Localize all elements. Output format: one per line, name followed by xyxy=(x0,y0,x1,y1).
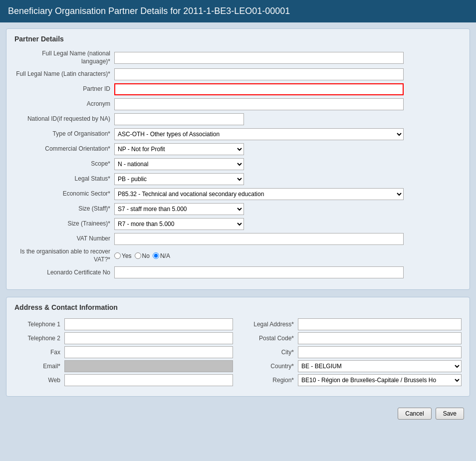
country-control: BE - BELGIUM xyxy=(298,360,462,372)
telephone1-row: Telephone 1 xyxy=(14,318,233,330)
national-id-control xyxy=(114,113,404,125)
city-label: City* xyxy=(243,349,298,356)
scope-label: Scope* xyxy=(14,160,114,168)
legal-address-label: Legal Address* xyxy=(243,321,298,328)
region-select[interactable]: BE10 - Région de Bruxelles-Capitale / Br… xyxy=(298,374,462,386)
vat-number-row: VAT Number xyxy=(14,233,462,245)
fax-control xyxy=(64,346,233,358)
telephone2-label: Telephone 2 xyxy=(14,335,64,342)
economic-sector-control: P85.32 - Technical and vocational second… xyxy=(114,188,404,200)
national-id-row: National ID(if requested by NA) xyxy=(14,113,462,125)
commercial-orientation-label: Commercial Orientation* xyxy=(14,145,114,153)
full-legal-name-latin-input[interactable]: Beneficiary Organisation xyxy=(114,68,404,80)
vat-number-input[interactable] xyxy=(114,233,404,245)
type-of-org-row: Type of Organisation* ASC-OTH - Other ty… xyxy=(14,128,462,140)
vat-number-label: VAT Number xyxy=(14,235,114,243)
vat-yes-radio[interactable] xyxy=(114,252,121,259)
country-label: Country* xyxy=(243,363,298,370)
web-label: Web xyxy=(14,377,64,384)
postal-code-input[interactable]: 1000 xyxy=(298,332,462,344)
full-legal-name-national-control: Beneficiary Organisation xyxy=(114,52,404,64)
save-button[interactable]: Save xyxy=(436,408,464,420)
full-legal-name-national-input[interactable]: Beneficiary Organisation xyxy=(114,52,404,64)
full-legal-name-latin-row: Full Legal Name (Latin characters)* Bene… xyxy=(14,68,462,80)
scope-select[interactable]: N - national xyxy=(114,158,244,170)
region-label: Region* xyxy=(243,377,298,384)
web-control xyxy=(64,374,233,386)
economic-sector-row: Economic Sector* P85.32 - Technical and … xyxy=(14,188,462,200)
country-select[interactable]: BE - BELGIUM xyxy=(298,360,462,372)
leo-cert-control xyxy=(114,266,404,278)
telephone1-label: Telephone 1 xyxy=(14,321,64,328)
telephone2-input[interactable] xyxy=(64,332,233,344)
web-row: Web xyxy=(14,374,233,386)
leo-cert-row: Leonardo Certificate No xyxy=(14,266,462,278)
city-row: City* Brussels xyxy=(243,346,462,358)
leo-cert-input[interactable] xyxy=(114,266,404,278)
city-input[interactable]: Brussels xyxy=(298,346,462,358)
legal-status-label: Legal Status* xyxy=(14,175,114,183)
vat-na-label: N/A xyxy=(160,252,170,259)
size-trainees-label: Size (Trainees)* xyxy=(14,220,114,228)
vat-recovery-label: Is the organisation able to recover VAT?… xyxy=(14,248,114,263)
commercial-orientation-select[interactable]: NP - Not for Profit xyxy=(114,143,244,155)
footer-buttons: Cancel Save xyxy=(6,404,470,424)
page-title: Beneficiary Organisation Partner Details… xyxy=(0,0,476,22)
partner-id-input[interactable]: BEN xyxy=(114,83,404,95)
region-row: Region* BE10 - Région de Bruxelles-Capit… xyxy=(243,374,462,386)
type-of-org-select[interactable]: ASC-OTH - Other types of Association xyxy=(114,128,404,140)
email-input[interactable] xyxy=(64,360,233,372)
acronym-row: Acronym BO xyxy=(14,98,462,110)
full-legal-name-national-label: Full Legal Name (national language)* xyxy=(14,50,114,65)
partner-details-section: Partner Details Full Legal Name (nationa… xyxy=(6,28,470,290)
scope-row: Scope* N - national xyxy=(14,158,462,170)
legal-address-input[interactable]: Brussels Str. 3 xyxy=(298,318,462,330)
partner-details-title: Partner Details xyxy=(14,35,462,45)
vat-recovery-control: Yes No N/A xyxy=(114,252,404,259)
full-legal-name-national-row: Full Legal Name (national language)* Ben… xyxy=(14,50,462,65)
size-trainees-row: Size (Trainees)* R7 - more than 5.000 xyxy=(14,218,462,230)
legal-status-select[interactable]: PB - public xyxy=(114,173,244,185)
acronym-input[interactable]: BO xyxy=(114,98,404,110)
economic-sector-select[interactable]: P85.32 - Technical and vocational second… xyxy=(114,188,404,200)
size-staff-control: S7 - staff more than 5.000 xyxy=(114,203,404,215)
national-id-label: National ID(if requested by NA) xyxy=(14,115,114,123)
vat-number-control xyxy=(114,233,404,245)
country-row: Country* BE - BELGIUM xyxy=(243,360,462,372)
fax-row: Fax xyxy=(14,346,233,358)
vat-yes-label: Yes xyxy=(122,252,132,259)
vat-no-radio[interactable] xyxy=(135,252,141,259)
vat-yes-option[interactable]: Yes xyxy=(114,252,132,259)
vat-no-option[interactable]: No xyxy=(135,252,150,259)
acronym-label: Acronym xyxy=(14,100,114,108)
partner-id-control: BEN xyxy=(114,83,404,95)
address-right-column: Legal Address* Brussels Str. 3 Postal Co… xyxy=(243,318,462,388)
city-control: Brussels xyxy=(298,346,462,358)
national-id-input[interactable] xyxy=(114,113,244,125)
commercial-orientation-control: NP - Not for Profit xyxy=(114,143,404,155)
web-input[interactable] xyxy=(64,374,233,386)
partner-id-row: Partner ID BEN xyxy=(14,83,462,95)
size-staff-select[interactable]: S7 - staff more than 5.000 xyxy=(114,203,244,215)
size-staff-row: Size (Staff)* S7 - staff more than 5.000 xyxy=(14,203,462,215)
telephone1-input[interactable] xyxy=(64,318,233,330)
region-control: BE10 - Région de Bruxelles-Capitale / Br… xyxy=(298,374,462,386)
leo-cert-label: Leonardo Certificate No xyxy=(14,269,114,277)
vat-no-label: No xyxy=(142,252,150,259)
cancel-button[interactable]: Cancel xyxy=(398,408,431,420)
partner-id-label: Partner ID xyxy=(14,85,114,93)
vat-na-option[interactable]: N/A xyxy=(153,252,170,259)
fax-input[interactable] xyxy=(64,346,233,358)
legal-status-row: Legal Status* PB - public xyxy=(14,173,462,185)
full-legal-name-latin-label: Full Legal Name (Latin characters)* xyxy=(14,70,114,78)
size-staff-label: Size (Staff)* xyxy=(14,205,114,213)
legal-address-row: Legal Address* Brussels Str. 3 xyxy=(243,318,462,330)
address-section: Address & Contact Information Telephone … xyxy=(6,297,470,397)
postal-code-row: Postal Code* 1000 xyxy=(243,332,462,344)
postal-code-label: Postal Code* xyxy=(243,335,298,342)
email-row: Email* xyxy=(14,360,233,372)
vat-na-radio[interactable] xyxy=(153,252,159,259)
telephone1-control xyxy=(64,318,233,330)
size-trainees-select[interactable]: R7 - more than 5.000 xyxy=(114,218,244,230)
legal-address-control: Brussels Str. 3 xyxy=(298,318,462,330)
